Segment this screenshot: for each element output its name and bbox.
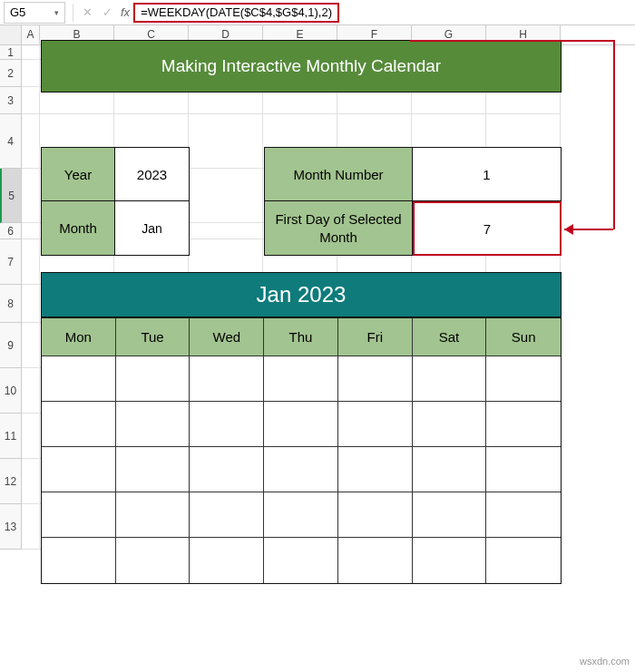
calendar-cell[interactable]	[190, 447, 264, 492]
cell[interactable]	[22, 60, 40, 87]
select-all-corner[interactable]	[0, 25, 22, 44]
formula-bar[interactable]: =WEEKDAY(DATE($C$4,$G$4,1),2)	[133, 3, 339, 23]
row-header-1[interactable]: 1	[0, 45, 22, 60]
row-header-7[interactable]: 7	[0, 239, 22, 285]
day-header-mon: Mon	[42, 318, 116, 356]
calendar-cell[interactable]	[264, 492, 338, 538]
row-header-8[interactable]: 8	[0, 285, 22, 323]
name-box[interactable]: G5 ▾	[4, 2, 65, 24]
formula-text: =WEEKDAY(DATE($C$4,$G$4,1),2)	[141, 5, 332, 19]
calendar-cell[interactable]	[42, 492, 116, 538]
calendar-cell[interactable]	[338, 492, 413, 538]
day-header-wed: Wed	[190, 318, 264, 356]
calendar-cell[interactable]	[42, 447, 116, 492]
row-header-2[interactable]: 2	[0, 60, 22, 87]
row-header-9[interactable]: 9	[0, 323, 22, 368]
day-header-sat: Sat	[413, 318, 487, 356]
calendar-cell[interactable]	[413, 356, 487, 402]
chevron-down-icon[interactable]: ▾	[54, 8, 59, 17]
calendar-cell[interactable]	[338, 402, 413, 447]
calendar-cell[interactable]	[338, 356, 413, 402]
row-header-13[interactable]: 13	[0, 504, 22, 550]
row-header-6[interactable]: 6	[0, 223, 22, 239]
calendar-cell[interactable]	[486, 538, 561, 583]
fx-icon[interactable]: fx	[121, 5, 130, 19]
calendar-cell[interactable]	[42, 356, 116, 402]
divider	[73, 4, 73, 22]
calendar-cell[interactable]	[264, 538, 338, 583]
day-header-sun: Sun	[486, 318, 561, 356]
cell[interactable]	[22, 87, 40, 114]
calendar-cell[interactable]	[486, 492, 561, 538]
calendar-cell[interactable]	[190, 356, 264, 402]
col-header-a[interactable]: A	[22, 25, 40, 44]
accept-formula-icon[interactable]: ✓	[97, 5, 117, 19]
cell[interactable]	[189, 223, 263, 239]
cell[interactable]	[189, 169, 263, 223]
row-header-11[interactable]: 11	[0, 414, 22, 459]
month-number-label: Month Number	[264, 147, 413, 201]
calendar-cell[interactable]	[413, 402, 487, 447]
cell[interactable]	[22, 114, 40, 169]
calendar-cell[interactable]	[116, 356, 190, 402]
cell[interactable]	[22, 504, 40, 550]
year-label: Year	[41, 147, 115, 201]
calendar-cell[interactable]	[42, 402, 116, 447]
watermark: wsxdn.com	[580, 656, 630, 667]
cell[interactable]	[22, 368, 40, 414]
first-day-label: First Day of Selected Month	[264, 201, 413, 256]
calendar-cell[interactable]	[116, 447, 190, 492]
calendar-cell[interactable]	[190, 402, 264, 447]
first-day-value-cell[interactable]: 7	[413, 201, 562, 256]
arrow-icon	[564, 224, 573, 235]
calendar-cell[interactable]	[264, 356, 338, 402]
row-header-4[interactable]: 4	[0, 114, 22, 169]
cell[interactable]	[22, 414, 40, 459]
calendar-cell[interactable]	[116, 402, 190, 447]
calendar-cell[interactable]	[264, 447, 338, 492]
calendar-cell[interactable]	[190, 492, 264, 538]
row-header-5[interactable]: 5	[0, 169, 22, 223]
cell[interactable]	[22, 169, 40, 223]
calendar-cell[interactable]	[190, 538, 264, 583]
cell[interactable]	[22, 223, 40, 239]
day-header-thu: Thu	[264, 318, 338, 356]
calendar-cell[interactable]	[338, 538, 413, 583]
name-box-value: G5	[10, 5, 25, 19]
calendar-cell[interactable]	[264, 402, 338, 447]
calendar-grid: Mon Tue Wed Thu Fri Sat Sun	[41, 317, 562, 584]
month-label: Month	[41, 201, 115, 256]
row-header-10[interactable]: 10	[0, 368, 22, 414]
calendar-cell[interactable]	[486, 402, 561, 447]
year-value-cell[interactable]: 2023	[115, 147, 190, 201]
calendar-title: Jan 2023	[41, 272, 562, 317]
callout-arrow	[613, 42, 615, 229]
cell[interactable]	[22, 459, 40, 504]
calendar-cell[interactable]	[486, 447, 561, 492]
callout-arrow	[410, 40, 615, 42]
row-header-3[interactable]: 3	[0, 87, 22, 114]
cell[interactable]	[22, 45, 40, 60]
calendar-cell[interactable]	[413, 492, 487, 538]
cell[interactable]	[22, 239, 40, 285]
cell[interactable]	[189, 114, 263, 169]
month-number-value-cell[interactable]: 1	[413, 147, 562, 201]
cancel-formula-icon[interactable]: ✕	[77, 5, 97, 19]
calendar-cell[interactable]	[486, 356, 561, 402]
day-header-tue: Tue	[116, 318, 190, 356]
calendar-cell[interactable]	[413, 447, 487, 492]
calendar-cell[interactable]	[116, 492, 190, 538]
row-header-12[interactable]: 12	[0, 459, 22, 504]
page-title: Making Interactive Monthly Calendar	[41, 40, 562, 93]
cell[interactable]	[22, 285, 40, 323]
cell[interactable]	[22, 323, 40, 368]
calendar-cell[interactable]	[116, 538, 190, 583]
calendar-cell[interactable]	[338, 447, 413, 492]
day-header-fri: Fri	[338, 318, 413, 356]
month-value-cell[interactable]: Jan	[115, 201, 190, 256]
calendar-cell[interactable]	[42, 538, 116, 583]
calendar-cell[interactable]	[413, 538, 487, 583]
